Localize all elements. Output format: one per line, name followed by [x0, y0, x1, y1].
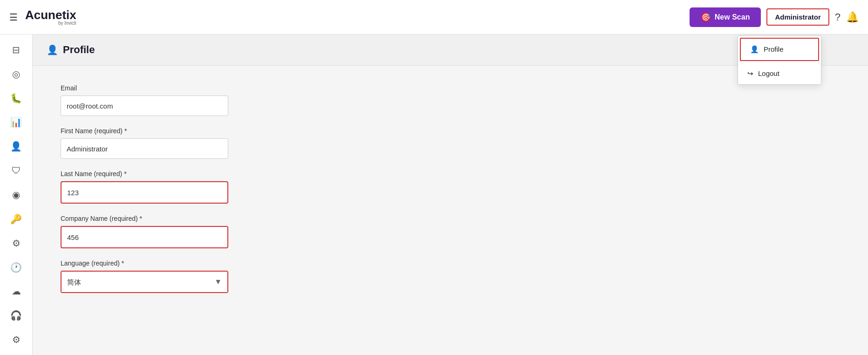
- language-select[interactable]: 简体 English Español Français Deutsch: [62, 272, 227, 292]
- topnav-right: 🎯 New Scan Administrator ? 🔔 👤 Profile ↪…: [690, 7, 859, 27]
- company-group: Company Name (required) *: [61, 215, 331, 248]
- admin-button[interactable]: Administrator: [766, 8, 829, 26]
- company-input[interactable]: [62, 227, 227, 247]
- dropdown-profile-label: Profile: [764, 45, 784, 53]
- sidebar-item-support[interactable]: 🎧: [5, 305, 27, 326]
- logo: Acunetix by Invicti: [25, 9, 76, 26]
- email-group: Email: [61, 84, 331, 116]
- sidebar-item-security[interactable]: 🛡: [5, 160, 27, 181]
- scan-icon: 🎯: [701, 12, 711, 22]
- sidebar-item-reports[interactable]: 📊: [5, 112, 27, 133]
- sidebar-item-dashboard[interactable]: ⊟: [5, 39, 27, 61]
- page-title-icon: 👤: [47, 44, 58, 55]
- sidebar-item-settings[interactable]: ⚙: [5, 329, 27, 350]
- profile-form: Email First Name (required) * Last Name …: [33, 66, 359, 323]
- topnav-left: ☰ Acunetix by Invicti: [9, 9, 76, 26]
- dropdown-profile-item[interactable]: 👤 Profile: [740, 38, 819, 61]
- company-label: Company Name (required) *: [61, 215, 331, 222]
- help-icon[interactable]: ?: [835, 11, 841, 23]
- sidebar-item-targets[interactable]: ◉: [5, 184, 27, 205]
- sidebar-item-vulnerabilities[interactable]: 🐛: [5, 88, 27, 109]
- firstname-input[interactable]: [61, 138, 228, 159]
- lastname-label: Last Name (required) *: [61, 170, 331, 178]
- dropdown-logout-label: Logout: [758, 69, 779, 77]
- top-navigation: ☰ Acunetix by Invicti 🎯 New Scan Adminis…: [0, 0, 868, 34]
- bell-icon[interactable]: 🔔: [846, 11, 859, 23]
- sidebar-item-keys[interactable]: 🔑: [5, 208, 27, 230]
- lastname-group: Last Name (required) *: [61, 170, 331, 204]
- sidebar-item-users[interactable]: 👤: [5, 136, 27, 157]
- sidebar-item-integrations[interactable]: ⚙: [5, 232, 27, 254]
- email-label: Email: [61, 84, 331, 92]
- logout-icon: ↪: [747, 69, 753, 78]
- language-group: Language (required) * 简体 English Español…: [61, 259, 331, 293]
- logo-sub: by Invicti: [25, 21, 76, 26]
- email-input[interactable]: [61, 96, 228, 116]
- firstname-label: First Name (required) *: [61, 127, 331, 135]
- hamburger-icon[interactable]: ☰: [9, 12, 18, 23]
- sidebar-item-cloud[interactable]: ☁: [5, 280, 27, 302]
- logo-main: Acunetix: [25, 9, 76, 21]
- new-scan-button[interactable]: 🎯 New Scan: [690, 7, 761, 27]
- new-scan-label: New Scan: [715, 13, 750, 21]
- language-label: Language (required) *: [61, 259, 331, 267]
- firstname-group: First Name (required) *: [61, 127, 331, 159]
- lastname-border: [61, 181, 228, 204]
- page-title: Profile: [63, 44, 95, 56]
- sidebar: ⊟ ◎ 🐛 📊 👤 🛡 ◉ 🔑 ⚙ 🕐 ☁ 🎧 ⚙: [0, 34, 33, 355]
- user-dropdown-menu: 👤 Profile ↪ Logout: [738, 35, 821, 85]
- sidebar-item-history[interactable]: 🕐: [5, 257, 27, 278]
- sidebar-item-scans[interactable]: ◎: [5, 63, 27, 85]
- lastname-input[interactable]: [62, 182, 227, 203]
- language-select-wrapper: 简体 English Español Français Deutsch ▼: [61, 271, 228, 293]
- profile-icon: 👤: [750, 45, 759, 54]
- company-border: [61, 226, 228, 248]
- dropdown-logout-item[interactable]: ↪ Logout: [738, 63, 821, 84]
